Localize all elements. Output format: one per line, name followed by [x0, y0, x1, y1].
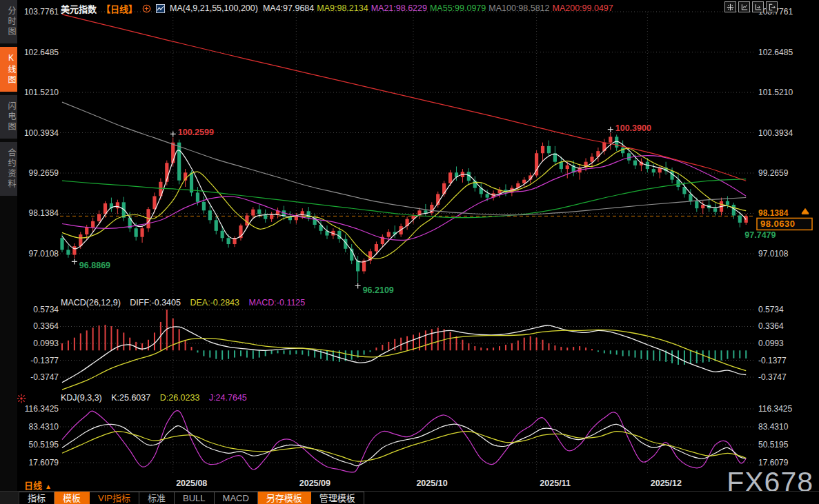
ma-line-MA100	[62, 102, 746, 215]
macd-title: MACD(26,12,9)	[61, 298, 121, 308]
date-label-2025-12: 2025/12	[651, 478, 682, 488]
tab-bar-corner	[0, 492, 19, 504]
kdj-d-value: D:26.0233	[160, 393, 200, 403]
ma-line-MA9	[62, 148, 746, 259]
period-tag[interactable]: 【日线】	[101, 2, 137, 15]
svg-text:99.2659: 99.2659	[29, 168, 59, 178]
svg-text:0.3364: 0.3364	[758, 321, 784, 331]
tab-indicators[interactable]: 指标	[19, 492, 55, 504]
add-indicator-icon[interactable]	[142, 4, 151, 13]
xaxis-row: 日线▲ 2025/082025/092025/102025/112025/12	[17, 477, 819, 491]
svg-text:0.0993: 0.0993	[33, 339, 59, 348]
crosshair-pan-icon[interactable]	[724, 1, 736, 12]
date-label-2025-08: 2025/08	[176, 478, 207, 488]
kdj-j-line	[62, 411, 746, 472]
ma-value-2: MA21:98.6229	[371, 3, 427, 13]
svg-text:-0.3747: -0.3747	[758, 372, 787, 382]
svg-text:0.5734: 0.5734	[758, 305, 784, 314]
date-label-2025-09: 2025/09	[299, 478, 330, 488]
bottom-tab-bar: 指标模板VIP指标标准BULLMACD另存模板管理模板	[0, 491, 819, 504]
ma-line-MA4	[62, 141, 746, 262]
svg-text:101.5210: 101.5210	[24, 88, 59, 97]
chevron-up-icon: ▲	[45, 483, 52, 490]
macd-panel-header: MACD(26,12,9) DIFF:-0.3405 DEA:-0.2843 M…	[61, 298, 312, 308]
ma-lines	[62, 14, 746, 262]
left-sidebar: 分时图K线图闪电图合约资料	[0, 0, 17, 491]
svg-text:98.0630: 98.0630	[760, 219, 796, 229]
macd-macd-value: MACD:-0.1125	[249, 298, 306, 308]
exit-icon[interactable]	[766, 1, 778, 12]
tab-templates[interactable]: 模板	[55, 492, 90, 504]
gridlines	[60, 12, 756, 474]
svg-text:100.3900: 100.3900	[615, 123, 651, 133]
svg-text:83.4310: 83.4310	[29, 422, 59, 432]
chart-toolbar	[724, 1, 778, 12]
tab-bull[interactable]: BULL	[175, 492, 215, 504]
chart-header: 美元指数 【日线】 MA(4,9,21,55,100,200) MA4:97.9…	[61, 2, 616, 14]
svg-text:50.5195: 50.5195	[29, 440, 59, 450]
tab-vip-indicators[interactable]: VIP指标	[90, 492, 139, 504]
svg-text:100.2599: 100.2599	[178, 128, 214, 137]
kdj-j-value: J:24.7645	[209, 393, 247, 403]
svg-text:50.5195: 50.5195	[758, 440, 789, 450]
x-axis-zoom-icon[interactable]	[752, 1, 764, 12]
tab-save-template[interactable]: 另存模板	[258, 492, 311, 504]
sidebar-item-lightning-chart[interactable]: 闪电图	[0, 95, 17, 139]
macd-histogram	[62, 310, 746, 365]
svg-text:17.6079: 17.6079	[29, 458, 59, 467]
svg-text:100.3934: 100.3934	[24, 128, 59, 138]
ma-value-3: MA55:99.0979	[430, 3, 486, 13]
svg-text:116.3425: 116.3425	[758, 404, 792, 414]
kdj-k-line	[62, 424, 746, 466]
macd-diff-line	[62, 325, 746, 383]
period-selector[interactable]: 日线▲	[24, 478, 52, 492]
kdj-k-value: K:25.6037	[111, 393, 150, 403]
svg-text:98.1384: 98.1384	[758, 208, 789, 218]
svg-text:99.2659: 99.2659	[758, 168, 789, 178]
svg-text:96.8869: 96.8869	[79, 261, 110, 270]
svg-text:103.7761: 103.7761	[24, 7, 59, 17]
svg-text:-0.1377: -0.1377	[30, 356, 59, 365]
kdj-title: KDJ(9,3,3)	[61, 393, 102, 403]
indicator-alert-icon[interactable]	[17, 394, 26, 403]
y-axis-zoom-icon[interactable]	[738, 1, 750, 12]
price-annotations: 100.259996.886996.2109100.390097.7479	[72, 123, 776, 295]
svg-text:97.0108: 97.0108	[29, 249, 59, 259]
ma-group-label: MA(4,9,21,55,100,200)	[170, 3, 258, 13]
date-label-2025-11: 2025/11	[540, 478, 571, 488]
svg-text:-0.3747: -0.3747	[30, 372, 59, 382]
svg-text:100.3934: 100.3934	[758, 128, 793, 138]
sidebar-item-candlestick-chart[interactable]: K线图	[0, 47, 17, 92]
sidebar-item-contract-info[interactable]: 合约资料	[0, 142, 17, 196]
tab-standard[interactable]: 标准	[139, 492, 175, 504]
period-selector-label: 日线	[24, 481, 42, 491]
kdj-panel-header: KDJ(9,3,3) K:25.6037 D:26.0233 J:24.7645	[61, 393, 254, 403]
scroll-to-latest-icon[interactable]	[802, 208, 809, 214]
macd-dea-value: DEA:-0.2843	[190, 298, 239, 308]
svg-text:102.6485: 102.6485	[758, 48, 793, 57]
sidebar-item-time-chart[interactable]: 分时图	[0, 0, 17, 43]
svg-text:101.5210: 101.5210	[758, 88, 793, 97]
kdj-d-line	[62, 432, 746, 462]
macd-dea-line	[62, 330, 746, 390]
ma-value-0: MA4:97.9684	[263, 3, 314, 13]
ma-value-4: MA100:98.5812	[489, 3, 549, 13]
ma-value-5: MA200:99.0497	[553, 3, 613, 13]
svg-text:97.0108: 97.0108	[758, 249, 789, 259]
svg-text:116.3425: 116.3425	[25, 404, 59, 414]
svg-text:102.6485: 102.6485	[24, 48, 59, 57]
macd-diff-value: DIFF:-0.3405	[130, 298, 181, 308]
date-label-2025-10: 2025/10	[416, 478, 447, 488]
ma-values: MA4:97.9684MA9:98.2134MA21:98.6229MA55:9…	[263, 3, 616, 13]
svg-text:0.0993: 0.0993	[758, 339, 784, 348]
svg-text:98.1384: 98.1384	[29, 208, 59, 218]
chart-type-icon[interactable]	[156, 4, 165, 13]
ma-value-1: MA9:98.2134	[317, 3, 368, 13]
tab-manage-templates[interactable]: 管理模板	[311, 492, 364, 504]
svg-text:-0.1377: -0.1377	[758, 356, 787, 365]
svg-text:83.4310: 83.4310	[758, 422, 789, 432]
svg-text:96.2109: 96.2109	[363, 285, 394, 295]
tab-macd[interactable]: MACD	[215, 492, 258, 504]
svg-text:0.3364: 0.3364	[33, 321, 59, 331]
chart-canvas[interactable]: 103.7761103.7761102.6485102.6485101.5210…	[17, 0, 819, 477]
